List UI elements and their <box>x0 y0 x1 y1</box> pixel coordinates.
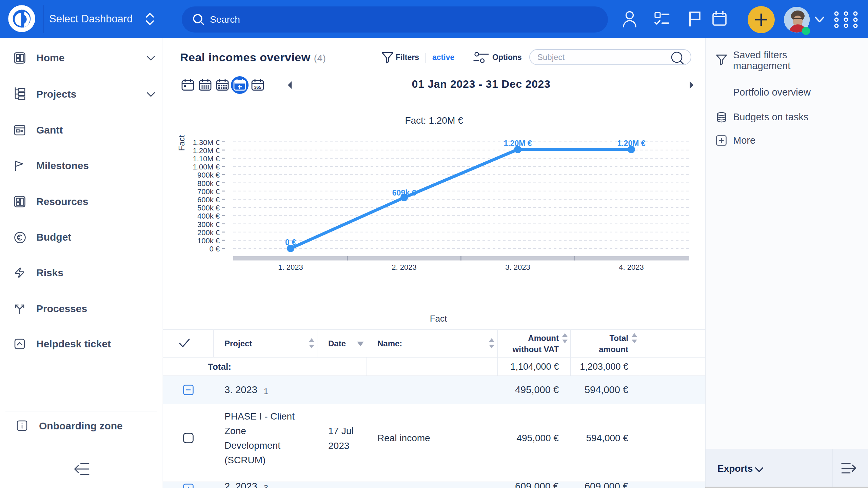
svg-text:0 €: 0 € <box>209 245 220 253</box>
svg-text:1.00M €: 1.00M € <box>193 163 220 171</box>
svg-text:400k €: 400k € <box>197 212 220 220</box>
svg-text:365: 365 <box>254 85 261 90</box>
svg-text:3. 2023: 3. 2023 <box>505 263 530 271</box>
svg-text:1. 2023: 1. 2023 <box>278 263 303 271</box>
svg-text:1.30M €: 1.30M € <box>193 138 220 147</box>
svg-text:1.20M €: 1.20M € <box>504 139 532 148</box>
svg-text:500k €: 500k € <box>197 204 220 212</box>
svg-text:800k €: 800k € <box>197 179 220 188</box>
svg-text:Fact: 1.20M €: Fact: 1.20M € <box>405 115 463 126</box>
svg-text:900k €: 900k € <box>197 171 220 179</box>
svg-text:Fact: Fact <box>177 135 186 151</box>
svg-text:2. 2023: 2. 2023 <box>392 263 416 271</box>
svg-text:600k €: 600k € <box>197 196 220 204</box>
svg-text:1.20M €: 1.20M € <box>617 139 645 148</box>
svg-text:200k €: 200k € <box>197 228 220 237</box>
svg-text:1.10M €: 1.10M € <box>193 155 220 163</box>
svg-text:0 €: 0 € <box>285 238 296 247</box>
svg-text:609k €: 609k € <box>392 188 416 197</box>
svg-text:1.20M €: 1.20M € <box>193 146 220 155</box>
svg-text:100k €: 100k € <box>197 237 220 245</box>
svg-text:300k €: 300k € <box>197 220 220 229</box>
svg-text:700k €: 700k € <box>197 187 220 196</box>
svg-text:4. 2023: 4. 2023 <box>619 263 644 271</box>
